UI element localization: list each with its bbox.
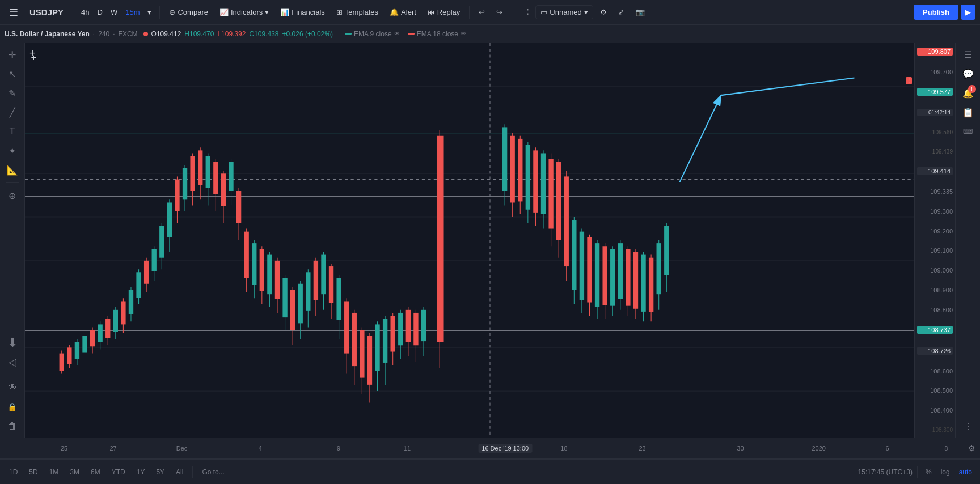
chart-area[interactable]: + 109.807 109.700 109.577 01:42:14 109.5… [25,43,955,438]
ideas-button[interactable]: 📋 [959,103,977,121]
tf-ytd[interactable]: YTD [107,466,130,478]
svg-rect-21 [82,336,87,353]
log-button[interactable]: log [937,466,953,478]
fullscreen-button[interactable]: ⛶ [517,6,533,19]
divider-1 [73,6,73,19]
play-button[interactable]: ▶ [961,5,975,20]
publish-button[interactable]: Publish [914,5,958,20]
compare-button[interactable]: ⊕ Compare [164,6,212,19]
cursor-tool[interactable]: ✛ [3,45,22,63]
undo-button[interactable]: ↩ [474,6,489,19]
hotkeys-button[interactable]: ⌨ [959,122,977,141]
tf-6m[interactable]: 6M [86,466,105,478]
trash-tool[interactable]: 🗑 [3,417,22,435]
svg-rect-35 [136,272,141,298]
tf-1d[interactable]: 1D [5,466,22,478]
tf-d[interactable]: D [94,6,106,18]
tf-w[interactable]: W [107,6,121,18]
low-price: L109.392 [217,30,246,38]
tf-1m[interactable]: 1M [45,466,64,478]
price-label-109100: 109.100 [917,247,953,254]
svg-rect-89 [344,301,349,353]
svg-rect-115 [510,136,515,203]
svg-rect-31 [121,301,125,324]
ema2-color [408,33,415,35]
unnamed-layout-button[interactable]: ▭ Unnamed ▾ [535,5,593,19]
time-25: 25 [61,445,67,452]
measure-tool[interactable]: 📐 [3,161,22,179]
divider-2 [159,6,160,19]
auto-button[interactable]: auto [956,466,975,478]
alert-button[interactable]: 🔔 Alert [385,6,421,19]
right-panel: ☰ 💬 🔔 ! 📋 ⌨ ⋮ [955,43,980,438]
ema2-eye-icon[interactable]: 👁 [461,31,466,37]
goto-button[interactable]: Go to... [197,466,229,478]
menu-icon[interactable]: ☰ [5,4,23,21]
arrow-tool[interactable]: ↖ [3,65,22,83]
symbol-button[interactable]: USDJPY [25,5,68,19]
time-6: 6 [886,445,889,452]
settings-button[interactable]: ⚙ [595,6,611,19]
redo-button[interactable]: ↪ [492,6,507,19]
svg-rect-93 [360,330,364,378]
fullscreen2-button[interactable]: ⤢ [614,6,629,19]
eye-tool[interactable]: 👁 [3,379,22,397]
chat-button[interactable]: 💬 [959,65,977,83]
time-8: 8 [944,445,948,452]
svg-rect-67 [260,249,264,291]
replay-button[interactable]: ⏮ Replay [423,6,464,19]
time-axis: 25 27 Dec 4 9 11 16 Dec '19 13:00 18 23 … [0,438,980,459]
time-27: 27 [109,445,116,452]
pencil-tool[interactable]: ✎ [3,84,22,102]
svg-rect-103 [398,313,403,345]
svg-rect-149 [641,255,645,312]
svg-rect-101 [391,316,395,351]
tf-3m[interactable]: 3M [65,466,84,478]
svg-rect-139 [602,246,607,305]
svg-rect-69 [267,255,272,295]
camera-button[interactable]: 📷 [631,6,649,19]
rp-more-button[interactable]: ⋮ [959,417,977,435]
time-30: 30 [737,445,744,452]
shapes-tool[interactable]: ✦ [3,142,22,160]
tf-all[interactable]: All [171,466,188,478]
svg-rect-61 [236,191,241,223]
time-2020: 2020 [812,445,825,452]
tf-15m[interactable]: 15m [122,6,143,18]
tf-5d[interactable]: 5D [24,466,42,478]
svg-rect-133 [580,232,584,300]
line-tool[interactable]: ╱ [3,103,22,121]
crosshair-cursor-widget[interactable]: + [29,48,36,60]
price-label-108800: 108.800 [917,307,953,313]
indicators-icon: 📈 [219,8,229,16]
financials-icon: 📊 [280,8,289,16]
svg-rect-23 [90,330,95,347]
time-axis-settings[interactable]: ⚙ [968,444,975,453]
lock-tool[interactable]: 🔒 [3,398,22,416]
collapse-left-btn[interactable]: ◁ [3,353,22,371]
down-arrow-tool[interactable]: ⬇ [3,334,22,352]
alerts-button[interactable]: 🔔 ! [959,84,977,102]
tf-dropdown[interactable]: ▾ [144,6,155,18]
svg-rect-15 [60,354,64,371]
financials-button[interactable]: 📊 Financials [276,6,330,19]
tf-4h[interactable]: 4h [78,6,92,18]
price-label-109335: 109.335 [917,188,953,195]
zoom-tool[interactable]: ⊕ [3,186,22,205]
price-bar: U.S. Dollar / Japanese Yen · 240 · FXCM … [0,25,980,43]
svg-rect-153 [657,243,661,294]
pct-button[interactable]: % [922,466,935,478]
svg-rect-111 [437,136,444,342]
timeframe-display: 240 [98,30,109,38]
exchange-label: FXCM [119,30,138,38]
watchlist-button[interactable]: ☰ [959,45,977,63]
ema1-eye-icon[interactable]: 👁 [394,31,400,37]
text-tool[interactable]: T [3,122,22,141]
candle-group-nov25 [60,124,669,402]
svg-rect-47 [183,168,187,199]
templates-button[interactable]: ⊞ Templates [332,6,383,19]
tf-1y[interactable]: 1Y [132,466,150,478]
svg-rect-49 [190,156,195,191]
indicators-button[interactable]: 📈 Indicators ▾ [215,6,273,19]
tf-5y[interactable]: 5Y [151,466,169,478]
